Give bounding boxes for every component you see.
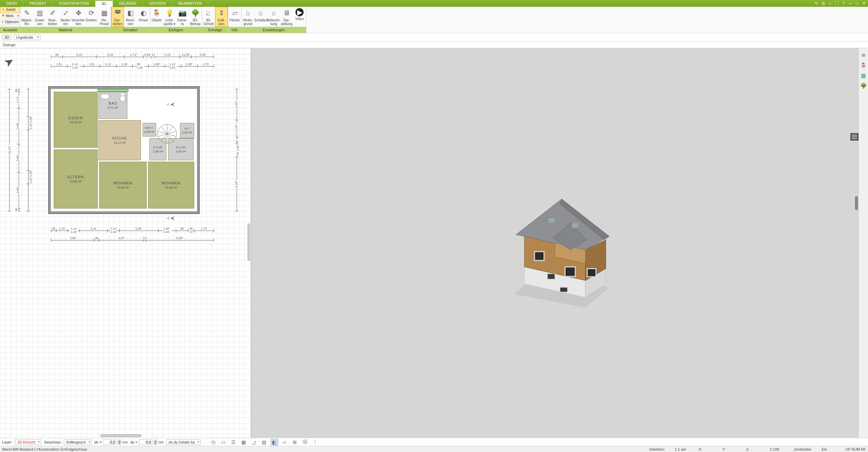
dy-spinner[interactable]: ▴▾ <box>154 440 157 445</box>
video-button[interactable]: ▶Video <box>293 7 306 27</box>
flag-icon: ⚑ <box>1 13 5 19</box>
furniture-tool-icon[interactable]: 🪑 <box>860 62 867 69</box>
tiles-icon[interactable]: ▦ <box>240 439 248 446</box>
dx-input[interactable] <box>103 439 116 445</box>
room-wohnen1[interactable]: WOHNEN13,59 m² <box>99 162 147 209</box>
menu-projekt[interactable]: PROJEKT <box>23 0 53 7</box>
status-y: Y: <box>722 447 736 451</box>
brush-icon: ▦ <box>100 8 109 18</box>
darstellung-button[interactable]: 🖥Dar- stellung <box>280 7 293 27</box>
house-3d-model[interactable] <box>484 172 626 314</box>
half-icon[interactable]: ◧ <box>271 439 278 446</box>
dimension-chain-right: 2,44⁵ 1,23⁵ 36⁵ 60 25 1,05 4,18⁵ <box>234 89 239 211</box>
menu-gelaende[interactable]: GELÄNDE <box>113 0 143 7</box>
angle-icon[interactable]: ◿ <box>250 439 258 446</box>
side-panel-pull-tab[interactable] <box>850 133 858 141</box>
room-bad[interactable]: BAD4,71 m² <box>98 92 127 119</box>
menu-datei[interactable]: DATEI <box>0 0 23 7</box>
room-eltern[interactable]: ELTERN15,68 m² <box>54 149 98 209</box>
flaeche-button[interactable]: ▱Fläche <box>228 7 241 27</box>
fullscreen-icon[interactable]: ⛶ <box>834 1 839 6</box>
menu-3d[interactable]: 3D <box>95 0 113 7</box>
coord-mode-select[interactable]: dx,dy (relativ ka <box>166 439 201 445</box>
clock-icon[interactable]: ◷ <box>210 439 217 446</box>
home-icon[interactable]: ⌂ <box>827 1 833 6</box>
ribbon-group-sonstige: ⟀3D- Schnitt ⇕Kolli- sion Sonstige <box>202 7 228 33</box>
ribbon-group-label: Sonstige <box>202 27 228 33</box>
3dbitmap-button[interactable]: 🌳3D- Bitmap <box>189 7 202 27</box>
plus-icon: + <box>1 19 4 25</box>
horizontal-scrollbar[interactable] <box>101 434 141 437</box>
verschieben-button[interactable]: ✥Verschie- ben <box>72 7 85 27</box>
status-bar: Wand AW-Bestand L=Konstruktion G=Erdgesc… <box>0 446 868 452</box>
svg-rect-16 <box>547 274 555 279</box>
pencil-icon[interactable]: ✎ <box>814 1 819 6</box>
menu-konstruktion[interactable]: KONSTRUKTION <box>53 0 95 7</box>
mode-chip[interactable]: 3D <box>2 35 12 40</box>
minimize-icon[interactable]: — <box>848 1 853 6</box>
ribbon-group-info: ▱Fläche Info <box>228 7 241 33</box>
geschoss-select[interactable]: Kellergesch <box>64 439 91 445</box>
hinpinsel-button[interactable]: ▦Hin. Pinsel <box>98 7 111 27</box>
vertical-scrollbar-3d[interactable] <box>855 196 858 210</box>
mark-button[interactable]: ⚑Mark.▾ <box>0 13 20 19</box>
room-abst[interactable]: ABST.1,08 m² <box>143 123 156 137</box>
layers-icon[interactable]: ⧉ <box>820 1 826 6</box>
objekt-button[interactable]: 🪑Objekt <box>150 7 163 27</box>
room-essen[interactable]: ESSEN15,84 m² <box>54 92 98 148</box>
rechnen-button[interactable]: ◧Rech- nen <box>124 7 137 27</box>
status-z: Z: <box>746 447 760 451</box>
dx-spinner[interactable]: ▴▾ <box>118 440 121 445</box>
pane-3d-view[interactable] <box>251 48 858 438</box>
zuweisen-button[interactable]: ▥Zuwei- sen <box>33 7 46 27</box>
optionen-button[interactable]: +Optionen <box>0 19 20 25</box>
rect-icon[interactable]: ▭ <box>220 439 227 446</box>
layer-select[interactable]: 2D Einricht <box>15 439 41 445</box>
selekt-button[interactable]: ↖Selekt <box>0 7 20 13</box>
scale-icon: ⤢ <box>61 8 70 18</box>
grid-icon[interactable]: ⊞ <box>291 439 299 446</box>
floor-plan[interactable]: ESSEN15,84 m² BAD4,71 m² ABST.1,08 m² KÜ… <box>51 89 197 211</box>
kamera-button[interactable]: 📷Kame- ra <box>176 7 189 27</box>
abgreifen-button[interactable]: ✎Abgrei- fen <box>20 7 33 27</box>
maximize-icon[interactable]: □ <box>854 1 860 6</box>
vertical-scrollbar[interactable] <box>248 223 250 261</box>
toilet-icon <box>119 93 126 102</box>
tree-tool-icon[interactable]: 🌳 <box>860 82 867 89</box>
darstellen-button[interactable]: ◚Dar- stellen <box>111 7 124 27</box>
layers-tool-icon[interactable]: ≋ <box>860 52 867 58</box>
svg-rect-2 <box>120 93 125 96</box>
menu-bearbeiten[interactable]: BEARBEITEN <box>172 0 209 7</box>
layer-label: Layer : <box>2 440 14 444</box>
hintergrund-button[interactable]: ⌂Hinter- grund <box>241 7 254 27</box>
parallelogram-icon[interactable]: ▱ <box>281 439 288 446</box>
kollision-button[interactable]: ⇕Kolli- sion <box>215 7 228 27</box>
dy-input[interactable] <box>139 439 152 445</box>
selected-wall[interactable] <box>98 89 128 92</box>
beleuchtung-button[interactable]: ⌂Beleuch- tung <box>267 7 280 27</box>
lichtquelle-button[interactable]: 💡Licht- quelle ▾ <box>163 7 176 27</box>
hatch-icon[interactable]: ▨ <box>260 439 268 446</box>
bearbeiten-button[interactable]: ✐Bear- beiten <box>46 7 59 27</box>
list-icon[interactable]: ☰ <box>230 439 237 446</box>
close-icon[interactable]: ✕ <box>861 1 867 6</box>
more-icon[interactable]: ⋮ <box>311 439 319 446</box>
view-select[interactable]: Urgelände <box>14 35 41 40</box>
skalieren-button[interactable]: ⤢Skalie- ren <box>59 7 72 27</box>
pinsel-button[interactable]: ◐Pinsel <box>137 7 150 27</box>
room-wohnen2[interactable]: WOHNEN15,38 m² <box>148 162 194 209</box>
status-scale: 1:100 <box>770 447 783 451</box>
schatten-settings-button[interactable]: ⌂Schatten <box>254 7 267 27</box>
room-kueche[interactable]: KÜCHE12,17 m² <box>98 120 141 160</box>
palette-tool-icon[interactable]: ▦ <box>860 72 867 79</box>
dimension-chain-left-3: 1,14 1,40 1,14 1,40 <box>26 89 31 211</box>
menu-sichten[interactable]: SICHTEN <box>143 0 172 7</box>
drehen-button[interactable]: ⟳Drehen <box>85 7 98 27</box>
ribbon-group-label-auswahl: Auswahl <box>0 27 20 33</box>
north-icon[interactable]: Ⓝ <box>301 439 309 446</box>
room-wc[interactable]: WC1,52 m² <box>180 123 194 138</box>
view-subbar: 3D Urgelände <box>0 33 868 41</box>
3dschnitt-button[interactable]: ⟀3D- Schnitt <box>202 7 215 27</box>
help-icon[interactable]: ? <box>841 1 846 6</box>
pane-2d-floorplan[interactable]: ➤ 36 3,44 2,52 1,71⁵ 6,69 14 2,19 11,95 … <box>0 48 251 438</box>
